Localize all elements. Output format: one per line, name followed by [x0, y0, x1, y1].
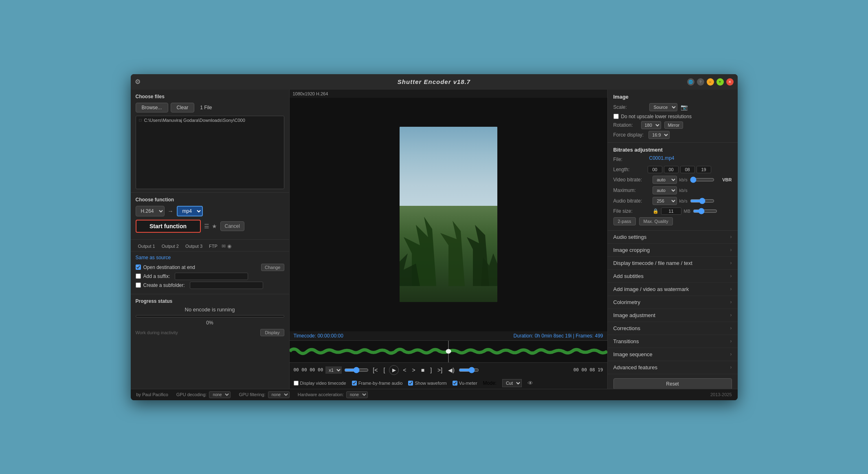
- display-timecode-checkbox[interactable]: [294, 381, 299, 386]
- colorimetry-menu[interactable]: Colorimetry ›: [608, 296, 738, 309]
- start-button[interactable]: Start function: [136, 220, 201, 233]
- transitions-menu[interactable]: Transitions ›: [608, 335, 738, 348]
- frame-audio-checkbox[interactable]: [352, 381, 357, 386]
- star-icon[interactable]: ★: [212, 223, 217, 229]
- image-cropping-label: Image cropping: [613, 247, 650, 253]
- rotation-select[interactable]: 180: [641, 121, 661, 129]
- go-end-button[interactable]: >]: [436, 366, 444, 374]
- max-quality-button[interactable]: Max. Quality: [639, 217, 673, 225]
- chevron-icon: ›: [730, 299, 732, 305]
- progress-status: No encode is running: [136, 306, 284, 313]
- browse-button[interactable]: Browse...: [136, 103, 168, 112]
- do-not-upscale-checkbox[interactable]: [613, 114, 619, 119]
- mode-select[interactable]: Cut: [502, 379, 522, 387]
- audio-bitrate-select[interactable]: 256: [653, 197, 677, 205]
- eye-button[interactable]: 👁: [527, 380, 533, 386]
- same-as-source[interactable]: Same as source: [136, 255, 284, 260]
- help-button[interactable]: ?: [697, 78, 704, 86]
- audio-settings-menu[interactable]: Audio settings ›: [608, 231, 738, 244]
- gpu-decoding-select[interactable]: none: [209, 391, 231, 398]
- twopass-button[interactable]: 2-pass: [613, 217, 636, 225]
- video-bitrate-row: Video bitrate: auto kb/s VBR: [613, 176, 732, 184]
- camera-icon-button[interactable]: 📷: [681, 104, 688, 110]
- vu-meter-label: Vu-meter: [459, 381, 477, 386]
- length-m-input[interactable]: [664, 166, 679, 173]
- file-size-slider[interactable]: [693, 208, 717, 214]
- work-inactivity-label: Work during inactivity: [136, 330, 178, 335]
- advanced-features-menu[interactable]: Advanced features ›: [608, 361, 738, 374]
- file-size-unit: MB: [684, 209, 691, 214]
- change-button[interactable]: Change: [261, 264, 284, 271]
- hw-accel-label: Hardware acceleration:: [298, 392, 344, 397]
- gpu-filtering-label: GPU filtering:: [239, 392, 265, 397]
- go-start-button[interactable]: [<: [371, 366, 379, 374]
- output-tab-1[interactable]: Output 1: [136, 243, 158, 249]
- file-size-input[interactable]: [661, 207, 681, 215]
- chevron-icon: ›: [730, 286, 732, 292]
- mark-in-button[interactable]: [: [382, 366, 387, 374]
- image-adjustment-menu[interactable]: Image adjustment ›: [608, 309, 738, 322]
- minimize-button[interactable]: −: [707, 78, 714, 86]
- globe-button[interactable]: 🌐: [687, 78, 694, 86]
- output-tab-ftp[interactable]: FTP: [207, 243, 220, 249]
- stop-button[interactable]: ■: [420, 366, 426, 374]
- display-timecode-menu[interactable]: Display timecode / file name / text ›: [608, 257, 738, 270]
- add-watermark-label: Add image / video as watermark: [613, 286, 689, 292]
- length-s-input[interactable]: [680, 166, 695, 173]
- hw-accel-select[interactable]: none: [346, 391, 368, 398]
- output-tab-3[interactable]: Output 3: [183, 243, 205, 249]
- force-display-select[interactable]: 16:9: [648, 131, 670, 139]
- cancel-button[interactable]: Cancel: [220, 221, 244, 231]
- gear-icon[interactable]: ⚙: [135, 78, 141, 86]
- show-waveform-checkbox[interactable]: [408, 381, 413, 386]
- audio-icon[interactable]: ◉: [227, 243, 231, 249]
- video-bitrate-select[interactable]: auto: [653, 176, 677, 184]
- video-bitrate-slider[interactable]: [690, 176, 714, 183]
- output-tab-2[interactable]: Output 2: [159, 243, 181, 249]
- image-cropping-menu[interactable]: Image cropping ›: [608, 244, 738, 257]
- gpu-filtering-select[interactable]: none: [268, 391, 290, 398]
- scale-select[interactable]: Source: [649, 103, 677, 111]
- subfolder-input[interactable]: [190, 282, 263, 289]
- display-button[interactable]: Display: [260, 329, 284, 336]
- max-bitrate-select[interactable]: auto: [653, 186, 677, 194]
- create-subfolder-checkbox[interactable]: [136, 282, 141, 288]
- file-item[interactable]: □ C:\Users\Manuviraj Godara\Downloads\So…: [136, 116, 284, 124]
- progress-section: Progress status No encode is running 0% …: [131, 294, 289, 389]
- mark-out-button[interactable]: ]: [429, 366, 433, 374]
- choose-files-section: Choose files Browse... Clear 1 File □ C:…: [131, 90, 289, 193]
- length-h-input[interactable]: [648, 166, 662, 173]
- close-button[interactable]: ✕: [726, 78, 734, 86]
- prev-frame-button[interactable]: <: [401, 366, 408, 374]
- play-button[interactable]: ▶: [389, 365, 399, 375]
- speed-select[interactable]: x1: [325, 366, 342, 374]
- volume-button[interactable]: ◀): [446, 366, 456, 374]
- length-f-input[interactable]: [697, 166, 711, 173]
- output-format-select[interactable]: mp4: [177, 206, 203, 216]
- maximize-button[interactable]: +: [716, 78, 724, 86]
- start-row: Start function ☰ ★ Cancel: [136, 220, 284, 233]
- clear-button[interactable]: Clear: [171, 103, 195, 112]
- main-content: Choose files Browse... Clear 1 File □ C:…: [131, 90, 738, 389]
- add-watermark-menu[interactable]: Add image / video as watermark ›: [608, 283, 738, 296]
- add-suffix-checkbox[interactable]: [136, 273, 141, 279]
- function-select[interactable]: H.264: [136, 206, 165, 216]
- chevron-icon: ›: [730, 312, 732, 318]
- open-destination-checkbox[interactable]: [136, 265, 141, 270]
- volume-slider[interactable]: [459, 367, 479, 373]
- app-window: ⚙ Shutter Encoder v18.7 🌐 ? − + ✕ Choose…: [131, 74, 738, 400]
- list-icon[interactable]: ☰: [204, 223, 209, 229]
- speed-slider[interactable]: [344, 367, 369, 373]
- mode-label: Mode:: [483, 380, 497, 386]
- suffix-input[interactable]: [175, 273, 248, 280]
- next-frame-button[interactable]: >: [411, 366, 417, 374]
- reset-button[interactable]: Reset: [613, 378, 732, 389]
- chevron-icon: ›: [730, 247, 732, 253]
- vu-meter-checkbox[interactable]: [453, 381, 457, 386]
- add-subtitles-menu[interactable]: Add subtitles ›: [608, 270, 738, 283]
- email-icon[interactable]: ✉: [222, 243, 226, 249]
- mirror-button[interactable]: Mirror: [664, 121, 683, 129]
- audio-bitrate-slider[interactable]: [690, 198, 714, 204]
- corrections-menu[interactable]: Corrections ›: [608, 322, 738, 335]
- image-sequence-menu[interactable]: Image sequence ›: [608, 348, 738, 361]
